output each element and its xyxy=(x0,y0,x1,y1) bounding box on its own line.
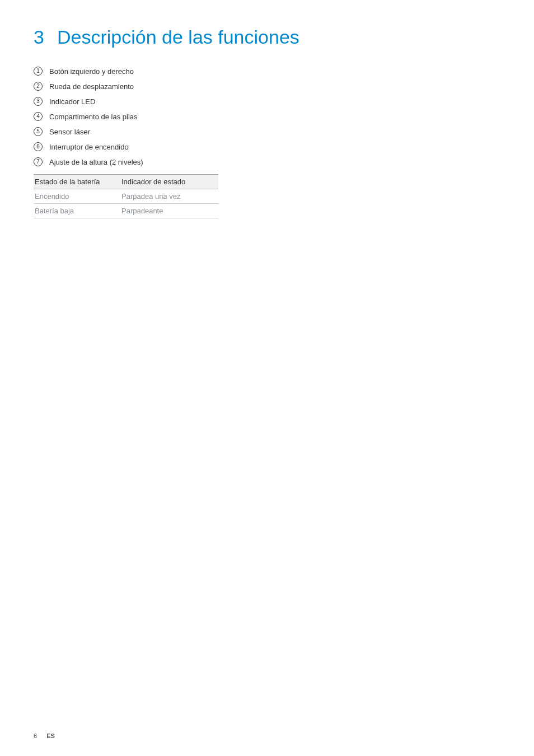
feature-label: Rueda de desplazamiento xyxy=(49,82,134,91)
circled-number-icon: 5 xyxy=(34,127,43,136)
circled-number-icon: 1 xyxy=(34,67,43,76)
feature-list: 1 Botón izquierdo y derecho 2 Rueda de d… xyxy=(34,67,500,166)
table-cell: Parpadeante xyxy=(120,204,218,218)
document-page: 3 Descripción de las funciones 1 Botón i… xyxy=(0,0,534,756)
circled-number-icon: 6 xyxy=(34,142,43,151)
feature-label: Compartimento de las pilas xyxy=(49,113,138,121)
list-item: 4 Compartimento de las pilas xyxy=(34,112,500,121)
feature-label: Sensor láser xyxy=(49,128,90,136)
section-heading: 3 Descripción de las funciones xyxy=(34,27,500,48)
table-cell: Encendido xyxy=(34,189,120,204)
list-item: 1 Botón izquierdo y derecho xyxy=(34,67,500,76)
circled-number-icon: 7 xyxy=(34,157,43,166)
circled-number-icon: 3 xyxy=(34,97,43,106)
language-code: ES xyxy=(46,732,55,739)
feature-label: Ajuste de la altura (2 niveles) xyxy=(49,158,143,166)
table-row: Encendido Parpadea una vez xyxy=(34,189,218,204)
circled-number-icon: 2 xyxy=(34,82,43,91)
list-item: 3 Indicador LED xyxy=(34,97,500,106)
list-item: 5 Sensor láser xyxy=(34,127,500,136)
table-cell: Batería baja xyxy=(34,204,120,218)
feature-label: Indicador LED xyxy=(49,97,95,106)
table-header-row: Estado de la batería Indicador de estado xyxy=(34,175,218,189)
status-table: Estado de la batería Indicador de estado… xyxy=(34,174,218,218)
table-row: Batería baja Parpadeante xyxy=(34,204,218,218)
list-item: 6 Interruptor de encendido xyxy=(34,142,500,151)
table-header-battery: Estado de la batería xyxy=(34,175,120,189)
heading-number: 3 xyxy=(34,27,57,48)
heading-title: Descripción de las funciones xyxy=(57,27,299,48)
table-header-indicator: Indicador de estado xyxy=(120,175,218,189)
list-item: 2 Rueda de desplazamiento xyxy=(34,82,500,91)
feature-label: Interruptor de encendido xyxy=(49,143,129,151)
feature-label: Botón izquierdo y derecho xyxy=(49,67,134,76)
page-footer: 6 ES xyxy=(34,732,55,739)
table-cell: Parpadea una vez xyxy=(120,189,218,204)
circled-number-icon: 4 xyxy=(34,112,43,121)
page-number: 6 xyxy=(34,732,37,739)
list-item: 7 Ajuste de la altura (2 niveles) xyxy=(34,157,500,166)
